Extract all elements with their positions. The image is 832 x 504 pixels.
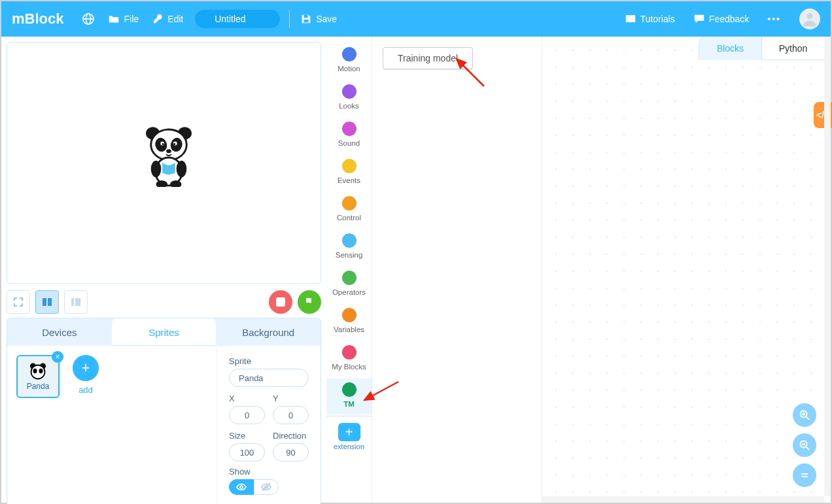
category-my-blocks[interactable]: My Blocks	[326, 341, 372, 377]
save-icon	[300, 13, 312, 25]
svg-point-17	[177, 161, 187, 177]
tab-devices[interactable]: Devices	[7, 318, 112, 346]
panda-sprite[interactable]	[143, 126, 194, 187]
svg-point-13	[173, 143, 175, 145]
category-label: Operators	[332, 288, 366, 296]
category-dot-icon	[342, 271, 356, 285]
green-flag-button[interactable]	[298, 290, 321, 314]
layout-split-button[interactable]	[35, 290, 59, 314]
sprite-thumb-label: Panda	[27, 382, 50, 391]
delete-sprite-button[interactable]: ×	[52, 351, 63, 363]
category-events[interactable]: Events	[326, 155, 372, 191]
category-label: TM	[343, 400, 355, 408]
more-button[interactable]: •••	[761, 14, 788, 24]
direction-label: Direction	[273, 431, 309, 441]
svg-point-29	[39, 369, 43, 374]
show-on-button[interactable]	[229, 479, 254, 495]
flag-icon	[304, 297, 315, 307]
svg-point-4	[807, 13, 813, 19]
tutorials-label: Tutorials	[640, 14, 675, 24]
asset-panel: Devices Sprites Background × Panda + add	[7, 318, 321, 504]
stage[interactable]	[7, 42, 321, 284]
zoom-reset-button[interactable]	[793, 463, 816, 487]
category-operators[interactable]: Operators	[326, 267, 372, 303]
size-input[interactable]	[229, 443, 265, 462]
category-label: Events	[338, 176, 360, 184]
globe-button[interactable]	[75, 1, 101, 37]
category-dot-icon	[342, 345, 356, 360]
eye-icon	[236, 482, 247, 492]
category-label: Sensing	[336, 251, 363, 259]
category-sensing[interactable]: Sensing	[326, 229, 372, 265]
zoom-out-icon	[799, 440, 810, 450]
category-dot-icon	[342, 84, 356, 99]
svg-rect-3	[304, 20, 309, 23]
layout-mini-button[interactable]	[64, 290, 88, 314]
category-dot-icon	[342, 47, 356, 61]
tutorials-button[interactable]: Tutorials	[618, 13, 682, 25]
layout-split-icon	[42, 297, 52, 307]
topbar: mBlock File Edit Untitled Save Tutorials	[1, 1, 831, 37]
category-motion[interactable]: Motion	[326, 43, 372, 79]
feedback-button[interactable]: Feedback	[687, 13, 755, 25]
svg-rect-20	[43, 298, 46, 306]
view-tab-python[interactable]: Python	[761, 37, 824, 60]
fullscreen-button[interactable]	[7, 290, 30, 314]
wrench-icon	[152, 13, 164, 25]
direction-input[interactable]	[273, 443, 309, 462]
svg-point-27	[31, 365, 45, 379]
stop-icon	[276, 297, 285, 307]
category-label: Control	[337, 214, 361, 222]
category-dot-icon	[342, 196, 356, 210]
zoom-out-button[interactable]	[793, 433, 816, 457]
show-off-button[interactable]	[254, 479, 279, 495]
category-dot-icon	[342, 122, 356, 136]
user-avatar[interactable]	[799, 8, 820, 29]
category-variables[interactable]: Variables	[326, 304, 372, 340]
sprite-name-input[interactable]	[229, 369, 309, 387]
stage-controls	[7, 284, 321, 318]
svg-point-12	[162, 143, 164, 145]
save-label: Save	[316, 14, 337, 24]
category-rail: MotionLooksSoundEventsControlSensingOper…	[326, 37, 372, 503]
tab-background[interactable]: Background	[216, 318, 321, 346]
svg-rect-2	[304, 15, 308, 18]
edit-label: Edit	[167, 14, 183, 24]
add-sprite-button[interactable]: + add	[69, 355, 103, 395]
category-label: My Blocks	[332, 363, 366, 371]
category-control[interactable]: Control	[326, 192, 372, 228]
category-sound[interactable]: Sound	[326, 118, 372, 154]
tab-sprites[interactable]: Sprites	[112, 318, 217, 346]
svg-point-14	[166, 149, 171, 153]
svg-rect-23	[75, 298, 80, 306]
sprite-thumbnail[interactable]: × Panda	[16, 355, 60, 398]
project-name-field[interactable]: Untitled	[195, 10, 280, 28]
panda-thumb-icon	[28, 362, 48, 382]
category-tm[interactable]: TM	[326, 378, 372, 414]
svg-point-28	[33, 369, 37, 374]
add-extension-button[interactable]: +	[338, 423, 360, 441]
y-label: Y	[273, 394, 309, 403]
category-dot-icon	[342, 308, 356, 322]
topbar-right: Tutorials Feedback •••	[618, 8, 820, 29]
scrollbar-vertical[interactable]	[824, 37, 831, 496]
layout-mini-icon	[71, 297, 81, 307]
view-tab-blocks[interactable]: Blocks	[699, 37, 761, 60]
folder-icon	[108, 13, 120, 25]
x-input[interactable]	[229, 406, 265, 424]
stop-button[interactable]	[269, 290, 292, 314]
y-input[interactable]	[273, 406, 309, 424]
training-model-block[interactable]: Training model	[383, 47, 473, 69]
save-button[interactable]: Save	[294, 1, 343, 37]
sprite-name-label: Sprite	[229, 356, 309, 366]
file-menu[interactable]: File	[101, 1, 145, 37]
zoom-in-button[interactable]	[793, 403, 816, 427]
workspace[interactable]: Blocks Python </>	[542, 37, 831, 503]
chat-icon	[693, 13, 705, 25]
zoom-in-icon	[799, 410, 810, 420]
edit-menu[interactable]: Edit	[145, 1, 190, 37]
category-dot-icon	[342, 382, 356, 397]
category-looks[interactable]: Looks	[326, 80, 372, 116]
blocks-palette: Training model	[372, 37, 542, 503]
scrollbar-horizontal[interactable]	[542, 496, 824, 503]
